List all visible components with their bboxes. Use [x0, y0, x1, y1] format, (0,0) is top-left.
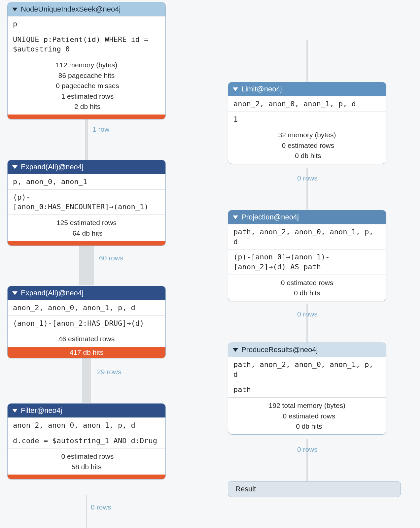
plan-node-title: Expand(All)@neo4j — [21, 163, 84, 171]
plan-node-projection[interactable]: Projection@neo4j path, anon_2, anon_0, a… — [228, 210, 386, 301]
chevron-down-icon — [233, 348, 238, 352]
plan-node-title: ProduceResults@neo4j — [241, 346, 318, 354]
connector — [306, 40, 308, 82]
plan-node-header[interactable]: Projection@neo4j — [228, 210, 386, 224]
flow-label: 0 rows — [297, 446, 318, 453]
cost-bar-highlight: 417 db hits — [8, 347, 165, 358]
connector — [85, 114, 88, 160]
plan-node-header[interactable]: Expand(All)@neo4j — [8, 160, 165, 174]
query-plan-canvas: NodeUniqueIndexSeek@neo4j p UNIQUE p:Pat… — [0, 0, 420, 528]
plan-node-vars: path, anon_2, anon_0, anon_1, p, d — [228, 224, 386, 249]
plan-node-title: Limit@neo4j — [241, 85, 282, 93]
plan-node-title: NodeUniqueIndexSeek@neo4j — [21, 5, 121, 14]
plan-node-stats: 112 memory (bytes) 86 pagecache hits 0 p… — [8, 57, 165, 115]
plan-node-title: Filter@neo4j — [21, 406, 62, 415]
cost-bar — [8, 241, 165, 246]
plan-node-stats: 125 estimated rows 64 db hits — [8, 214, 165, 241]
connector — [82, 355, 91, 403]
flow-label: 0 rows — [91, 503, 111, 511]
cost-bar — [8, 475, 165, 479]
result-label: Result — [235, 485, 256, 493]
plan-node-header[interactable]: Expand(All)@neo4j — [8, 286, 165, 300]
chevron-down-icon — [233, 215, 238, 219]
plan-node-detail: UNIQUE p:Patient(id) WHERE id = $autostr… — [8, 32, 165, 57]
plan-node-vars: p — [8, 16, 165, 32]
plan-node-header[interactable]: Limit@neo4j — [228, 82, 386, 96]
plan-node-detail: (p)-[anon_0:HAS_ENCOUNTER]→(anon_1) — [8, 189, 165, 214]
plan-node-vars: p, anon_0, anon_1 — [8, 174, 165, 189]
plan-node-detail: path — [228, 382, 386, 397]
plan-node-vars: anon_2, anon_0, anon_1, p, d — [8, 300, 165, 315]
plan-node-title: Projection@neo4j — [241, 213, 299, 221]
flow-label: 29 rows — [97, 368, 122, 376]
plan-node-detail: (anon_1)-[anon_2:HAS_DRUG]→(d) — [8, 315, 165, 331]
plan-node-limit[interactable]: Limit@neo4j anon_2, anon_0, anon_1, p, d… — [228, 82, 386, 164]
cost-bar — [8, 115, 165, 119]
plan-node-detail: 1 — [228, 112, 386, 127]
plan-node-vars: path, anon_2, anon_0, anon_1, p, d — [228, 357, 386, 382]
plan-node-stats: 0 estimated rows 0 db hits — [228, 275, 386, 301]
chevron-down-icon — [233, 87, 238, 91]
chevron-down-icon — [12, 291, 18, 295]
plan-node-produceresults[interactable]: ProduceResults@neo4j path, anon_2, anon_… — [228, 343, 386, 435]
plan-node-detail: d.code = $autostring_1 AND d:Drug — [8, 433, 165, 448]
plan-node-detail: (p)-[anon_0]→(anon_1)-[anon_2]→(d) AS pa… — [228, 249, 386, 274]
chevron-down-icon — [12, 8, 18, 11]
plan-node-vars: anon_2, anon_0, anon_1, p, d — [8, 417, 165, 433]
plan-node-title: Expand(All)@neo4j — [21, 289, 84, 297]
plan-node-filter[interactable]: Filter@neo4j anon_2, anon_0, anon_1, p, … — [7, 403, 166, 479]
plan-node-stats: 192 total memory (bytes) 0 estimated row… — [228, 397, 386, 434]
flow-label: 60 rows — [99, 254, 123, 262]
plan-node-header[interactable]: Filter@neo4j — [8, 404, 165, 417]
plan-node-expandall-2[interactable]: Expand(All)@neo4j anon_2, anon_0, anon_1… — [7, 286, 166, 358]
plan-node-stats: 32 memory (bytes) 0 estimated rows 0 db … — [228, 127, 386, 164]
plan-node-stats: 46 estimated rows — [8, 331, 165, 347]
plan-node-result[interactable]: Result — [228, 481, 401, 497]
chevron-down-icon — [12, 165, 18, 169]
flow-label: 0 rows — [297, 310, 318, 318]
connector — [86, 495, 87, 528]
plan-node-nodeuniqueindexseek[interactable]: NodeUniqueIndexSeek@neo4j p UNIQUE p:Pat… — [7, 2, 166, 119]
plan-node-header[interactable]: NodeUniqueIndexSeek@neo4j — [8, 2, 165, 16]
plan-node-expandall-1[interactable]: Expand(All)@neo4j p, anon_0, anon_1 (p)-… — [7, 160, 166, 246]
flow-label: 1 row — [92, 125, 109, 133]
plan-node-stats: 0 estimated rows 58 db hits — [8, 448, 165, 475]
plan-node-header[interactable]: ProduceResults@neo4j — [228, 343, 386, 357]
connector — [306, 304, 308, 343]
plan-node-vars: anon_2, anon_0, anon_1, p, d — [228, 96, 386, 112]
flow-label: 0 rows — [297, 174, 318, 182]
chevron-down-icon — [12, 409, 18, 412]
